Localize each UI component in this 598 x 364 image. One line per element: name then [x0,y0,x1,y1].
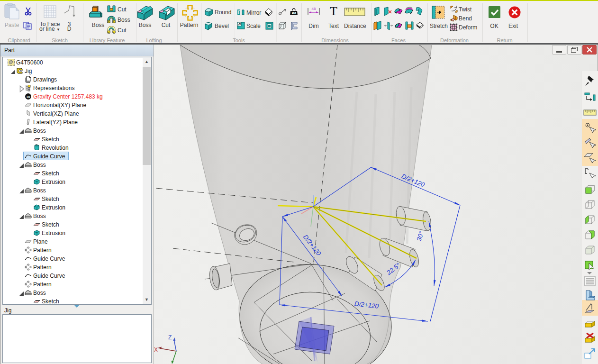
svg-text:45: 45 [312,7,316,11]
svg-text:Z: Z [168,334,172,341]
svg-text:10: 10 [26,95,30,99]
svg-text:10: 10 [292,12,296,15]
svg-text:X: X [154,346,158,353]
svg-text:T: T [330,5,337,17]
svg-text:30°: 30° [415,230,425,242]
